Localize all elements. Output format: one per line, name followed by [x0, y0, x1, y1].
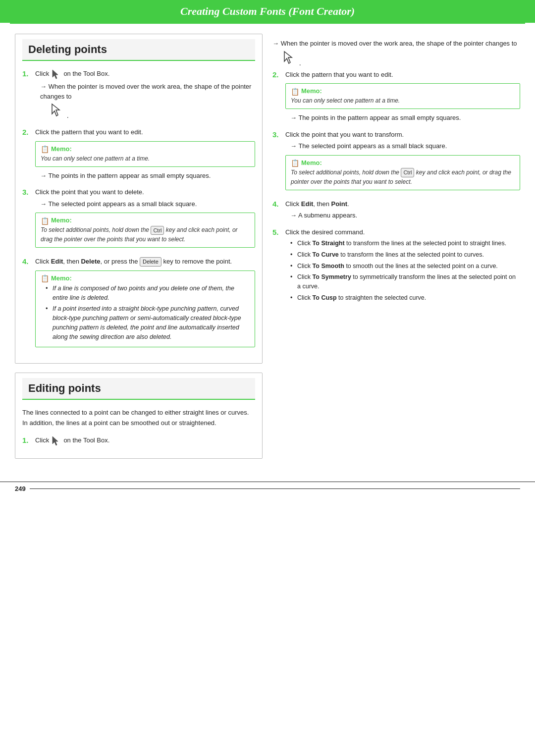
bullet-to-smooth: Click To Smooth to smooth out the lines … — [290, 262, 520, 271]
right-step-3-memo-title: 📋 Memo: — [291, 159, 515, 166]
pointer-change-icon-right — [282, 51, 297, 65]
editing-points-title: Editing points — [22, 378, 255, 400]
right-step-5-text: Click the desired command. — [285, 228, 365, 236]
right-step-5: 5. Click the desired command. Click To S… — [272, 227, 520, 305]
edit-step-1-num: 1. — [22, 436, 32, 444]
memo-icon-4: 📋 — [41, 274, 49, 281]
pointer-change-icon-1 — [50, 103, 65, 118]
step-1: 1. Click on the Tool Box. When the point… — [22, 69, 255, 122]
step-4-memo-title: 📋 Memo: — [41, 274, 250, 282]
right-step-3-memo: 📋 Memo: To select additional points, hol… — [285, 155, 520, 190]
edit-step-1-content: Click on the Tool Box. — [35, 435, 255, 446]
right-step-2-num: 2. — [272, 70, 282, 79]
svg-marker-1 — [52, 104, 59, 116]
edit-step-1-text: Click on the Tool Box. — [35, 436, 109, 444]
step-3-num: 3. — [22, 188, 32, 196]
step-3-memo-body: To select additional points, hold down t… — [41, 225, 250, 244]
right-step-4-arrow: A submenu appears. — [290, 211, 520, 220]
step-2-arrow: The points in the pattern appear as smal… — [40, 171, 255, 181]
toolbox-pointer-icon-1 — [51, 69, 62, 80]
step-1-arrow: When the pointer is moved over the work … — [40, 82, 255, 101]
right-edit-bold: Edit — [301, 200, 314, 208]
memo-icon-r2: 📋 — [291, 88, 299, 95]
right-step-5-bullets: Click To Straight to transform the lines… — [290, 239, 520, 303]
bullet-to-straight: Click To Straight to transform the lines… — [290, 239, 520, 248]
bullet-to-cusp: Click To Cusp to straighten the selected… — [290, 293, 520, 303]
step-1-num: 1. — [22, 69, 32, 78]
ctrl-badge-r3: Ctrl — [401, 168, 414, 177]
step-2-content: Click the pattern that you want to edit.… — [35, 127, 255, 182]
deleting-points-section: Deleting points 1. Click on the Tool Box… — [15, 34, 263, 364]
deleting-points-title: Deleting points — [22, 39, 255, 61]
step-3-memo-title: 📋 Memo: — [41, 216, 250, 224]
delete-badge: Delete — [140, 257, 161, 267]
left-column: Deleting points 1. Click on the Tool Box… — [15, 34, 263, 468]
right-step-3-arrow: The selected point appears as a small bl… — [290, 141, 520, 151]
svg-marker-3 — [284, 52, 292, 63]
toolbox-pointer-icon-edit — [51, 435, 62, 446]
right-step-5-content: Click the desired command. Click To Stra… — [285, 227, 520, 305]
right-step-2-content: Click the pattern that you want to edit.… — [285, 70, 520, 125]
page-footer: 249 — [0, 482, 535, 495]
step-4-memo-bullets: If a line is composed of two points and … — [46, 284, 250, 342]
step-3-text: Click the point that you want to delete. — [35, 188, 144, 196]
footer-rule — [30, 488, 520, 489]
right-step-3-num: 3. — [272, 130, 282, 139]
right-step-2: 2. Click the pattern that you want to ed… — [272, 70, 520, 125]
right-step-3-text: Click the point that you want to transfo… — [285, 131, 404, 138]
step-2-memo-title: 📋 Memo: — [41, 145, 250, 153]
edit-bold: Edit — [51, 258, 63, 265]
bullet-1: If a line is composed of two points and … — [46, 284, 250, 303]
delete-bold: Delete — [81, 258, 100, 265]
right-point-bold: Point — [331, 200, 347, 208]
step-2-memo-body: You can only select one pattern at a tim… — [41, 154, 250, 163]
right-step-2-text: Click the pattern that you want to edit. — [285, 71, 393, 78]
memo-icon-2: 📋 — [41, 145, 49, 152]
editing-intro: The lines connected to a point can be ch… — [22, 408, 255, 429]
right-step-4-content: Click Edit, then Point. A submenu appear… — [285, 199, 520, 222]
step-4: 4. Click Edit, then Delete, or press the… — [22, 257, 255, 351]
memo-icon-r3: 📋 — [291, 159, 299, 166]
right-step-4-num: 4. — [272, 200, 282, 208]
step-4-memo-body: If a line is composed of two points and … — [41, 284, 250, 342]
step-2-text: Click the pattern that you want to edit. — [35, 128, 143, 136]
step-4-text: Click Edit, then Delete, or press the De… — [35, 258, 232, 265]
right-step-3: 3. Click the point that you want to tran… — [272, 130, 520, 194]
step-2-num: 2. — [22, 128, 32, 136]
bullet-2: If a point inserted into a straight bloc… — [46, 304, 250, 341]
step-3-content: Click the point that you want to delete.… — [35, 187, 255, 252]
step-4-memo: 📋 Memo: If a line is composed of two poi… — [35, 270, 255, 348]
right-step-2-arrow: The points in the pattern appear as smal… — [290, 113, 520, 123]
right-column: When the pointer is moved over the work … — [272, 34, 520, 468]
right-step-4-text: Click Edit, then Point. — [285, 200, 349, 208]
memo-icon-3: 📋 — [41, 217, 49, 224]
bullet-to-symmetry: Click To Symmetry to symmetrically trans… — [290, 272, 520, 291]
edit-step-1: 1. Click on the Tool Box. — [22, 435, 255, 446]
right-step-4: 4. Click Edit, then Point. A submenu app… — [272, 199, 520, 222]
bullet-to-curve: Click To Curve to transform the lines at… — [290, 250, 520, 260]
right-step-3-memo-body: To select additional points, hold down t… — [291, 168, 515, 186]
svg-marker-0 — [53, 70, 58, 79]
page-title: Creating Custom Fonts (Font Creator) — [20, 5, 515, 18]
step-4-content: Click Edit, then Delete, or press the De… — [35, 257, 255, 351]
step-3-arrow: The selected point appears as a small bl… — [40, 199, 255, 209]
step-3: 3. Click the point that you want to dele… — [22, 187, 255, 252]
step-3-memo: 📋 Memo: To select additional points, hol… — [35, 213, 255, 248]
step-4-num: 4. — [22, 257, 32, 266]
step-1-content: Click on the Tool Box. When the pointer … — [35, 69, 255, 122]
right-step-2-memo-title: 📋 Memo: — [291, 87, 515, 95]
right-arrow-1: When the pointer is moved over the work … — [272, 39, 520, 49]
header-bar: Creating Custom Fonts (Font Creator) — [0, 0, 535, 23]
step-1-text: Click on the Tool Box. — [35, 70, 109, 77]
right-step-3-content: Click the point that you want to transfo… — [285, 130, 520, 194]
right-step-2-memo-body: You can only select one pattern at a tim… — [291, 96, 515, 105]
right-step-2-memo: 📋 Memo: You can only select one pattern … — [285, 83, 520, 109]
step-2-memo: 📋 Memo: You can only select one pattern … — [35, 141, 255, 167]
right-step-5-num: 5. — [272, 228, 282, 236]
editing-points-section: Editing points The lines connected to a … — [15, 373, 263, 459]
step-2: 2. Click the pattern that you want to ed… — [22, 127, 255, 182]
ctrl-badge-3: Ctrl — [151, 226, 164, 235]
svg-marker-2 — [53, 436, 58, 445]
page-number: 249 — [15, 485, 26, 492]
